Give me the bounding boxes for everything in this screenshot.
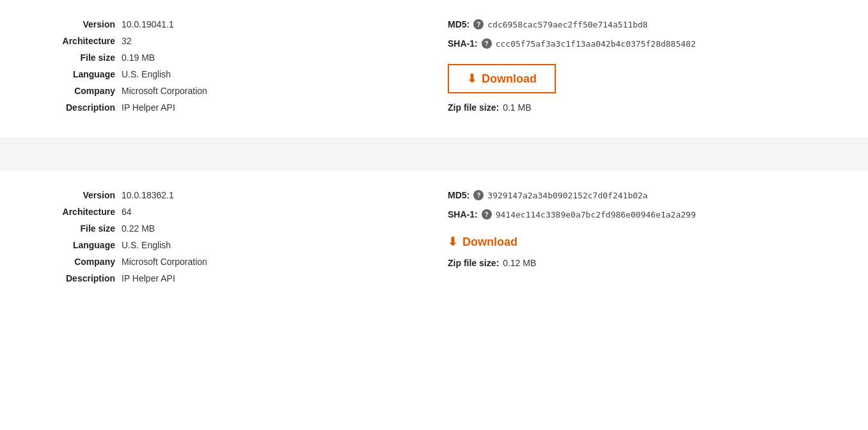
file-entry-2: Version 10.0.18362.1 Architecture 64 Fil… — [0, 171, 868, 309]
download-icon-2: ⬇ — [448, 235, 457, 249]
version-row-1: Version 10.0.19041.1 — [38, 19, 281, 29]
md5-label-2: MD5: — [448, 190, 470, 200]
file-entry-1: Version 10.0.19041.1 Architecture 32 Fil… — [0, 0, 868, 139]
filesize-row-1: File size 0.19 MB — [38, 52, 281, 63]
sha1-row-2: SHA-1: ? 9414ec114c3389e0a7bc2fd986e0094… — [448, 209, 830, 219]
architecture-value-2: 64 — [122, 207, 132, 217]
architecture-label-2: Architecture — [38, 207, 115, 217]
description-label-2: Description — [38, 273, 115, 283]
description-row-1: Description IP Helper API — [38, 102, 281, 113]
filesize-value-1: 0.19 MB — [122, 52, 155, 63]
separator — [0, 139, 868, 171]
version-row-2: Version 10.0.18362.1 — [38, 190, 281, 200]
architecture-row-2: Architecture 64 — [38, 207, 281, 217]
sha1-value-1: ccc05f75af3a3c1f13aa042b4c0375f28d885482 — [496, 39, 696, 49]
version-value-1: 10.0.19041.1 — [122, 19, 174, 29]
right-panel-2: MD5: ? 3929147a2a34b0902152c7d0f241b02a … — [281, 190, 830, 290]
right-panel-1: MD5: ? cdc6958cac579aec2ff50e714a511bd8 … — [281, 19, 830, 119]
md5-value-1: cdc6958cac579aec2ff50e714a511bd8 — [487, 20, 647, 29]
description-value-2: IP Helper API — [122, 273, 175, 283]
language-label-2: Language — [38, 240, 115, 250]
download-label-2: Download — [462, 235, 517, 249]
language-row-1: Language U.S. English — [38, 69, 281, 79]
zip-size-label-2: Zip file size: — [448, 258, 499, 268]
download-button-1[interactable]: ⬇ Download — [448, 64, 556, 93]
description-row-2: Description IP Helper API — [38, 273, 281, 283]
md5-help-icon-2[interactable]: ? — [473, 190, 484, 200]
sha1-help-icon-1[interactable]: ? — [482, 38, 492, 49]
download-button-2[interactable]: ⬇ Download — [448, 235, 517, 249]
zip-size-row-1: Zip file size: 0.1 MB — [448, 102, 830, 113]
md5-row-1: MD5: ? cdc6958cac579aec2ff50e714a511bd8 — [448, 19, 830, 29]
download-icon-1: ⬇ — [467, 72, 477, 86]
download-label-1: Download — [482, 72, 537, 86]
sha1-label-1: SHA-1: — [448, 38, 478, 49]
md5-label-1: MD5: — [448, 19, 470, 29]
company-value-1: Microsoft Corporation — [122, 86, 207, 96]
zip-size-row-2: Zip file size: 0.12 MB — [448, 258, 830, 268]
filesize-label-1: File size — [38, 52, 115, 63]
language-label-1: Language — [38, 69, 115, 79]
filesize-value-2: 0.22 MB — [122, 223, 155, 234]
filesize-label-2: File size — [38, 223, 115, 234]
left-panel-1: Version 10.0.19041.1 Architecture 32 Fil… — [38, 19, 281, 119]
company-label-2: Company — [38, 257, 115, 267]
version-label-1: Version — [38, 19, 115, 29]
language-value-2: U.S. English — [122, 240, 171, 250]
architecture-value-1: 32 — [122, 36, 132, 46]
version-label-2: Version — [38, 190, 115, 200]
download-button-container-2: ⬇ Download — [448, 228, 830, 258]
architecture-label-1: Architecture — [38, 36, 115, 46]
architecture-row-1: Architecture 32 — [38, 36, 281, 46]
md5-row-2: MD5: ? 3929147a2a34b0902152c7d0f241b02a — [448, 190, 830, 200]
language-value-1: U.S. English — [122, 69, 171, 79]
sha1-help-icon-2[interactable]: ? — [482, 209, 492, 219]
left-panel-2: Version 10.0.18362.1 Architecture 64 Fil… — [38, 190, 281, 290]
company-row-2: Company Microsoft Corporation — [38, 257, 281, 267]
page-wrapper: Version 10.0.19041.1 Architecture 32 Fil… — [0, 0, 868, 430]
download-button-container-1: ⬇ Download — [448, 58, 830, 102]
zip-size-value-2: 0.12 MB — [503, 258, 536, 268]
description-value-1: IP Helper API — [122, 102, 175, 113]
language-row-2: Language U.S. English — [38, 240, 281, 250]
sha1-label-2: SHA-1: — [448, 209, 478, 219]
company-label-1: Company — [38, 86, 115, 96]
description-label-1: Description — [38, 102, 115, 113]
version-value-2: 10.0.18362.1 — [122, 190, 174, 200]
filesize-row-2: File size 0.22 MB — [38, 223, 281, 234]
zip-size-label-1: Zip file size: — [448, 102, 499, 113]
company-value-2: Microsoft Corporation — [122, 257, 207, 267]
zip-size-value-1: 0.1 MB — [503, 102, 531, 113]
sha1-row-1: SHA-1: ? ccc05f75af3a3c1f13aa042b4c0375f… — [448, 38, 830, 49]
sha1-value-2: 9414ec114c3389e0a7bc2fd986e00946e1a2a299 — [496, 210, 696, 219]
md5-value-2: 3929147a2a34b0902152c7d0f241b02a — [487, 191, 647, 200]
md5-help-icon-1[interactable]: ? — [473, 19, 484, 29]
company-row-1: Company Microsoft Corporation — [38, 86, 281, 96]
